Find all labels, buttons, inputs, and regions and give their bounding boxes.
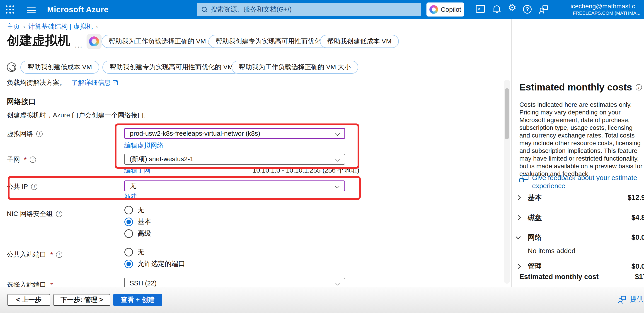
cost-total-row: Estimated monthly cost $17: [512, 269, 644, 283]
copilot-chip-low-cost[interactable]: 帮助我创建低成本 VM: [320, 35, 399, 48]
chevron-right-icon[interactable]: [516, 264, 521, 269]
breadcrumb: 主页 › 计算基础结构 | 虚拟机 ›: [7, 22, 98, 31]
cost-network-note: No items added: [528, 247, 575, 255]
app-title[interactable]: Microsoft Azure: [47, 5, 108, 14]
edit-subnet-link[interactable]: 编辑子网: [124, 166, 150, 175]
radio-selected-icon[interactable]: [124, 260, 133, 268]
learn-more-link[interactable]: 了解详细信息: [72, 78, 118, 87]
review-create-button[interactable]: 查看 + 创建: [113, 294, 162, 306]
nic-nsg-option-advanced[interactable]: 高级: [124, 229, 151, 238]
info-icon[interactable]: i: [30, 156, 36, 163]
copilot-button[interactable]: Copilot: [426, 2, 464, 16]
account-email: icecheng@mathmast.c...: [570, 3, 640, 10]
nic-nsg-option-none[interactable]: 无: [124, 205, 144, 215]
chevron-down-icon: [335, 131, 340, 136]
main-content: 主页 › 计算基础结构 | 虚拟机 › 创建虚拟机 ... 帮助我为工作负载选择…: [0, 19, 644, 287]
cloud-shell-icon[interactable]: >_: [476, 5, 486, 14]
info-icon[interactable]: i: [31, 184, 38, 190]
subnet-address-range: 10.10.1.0 - 10.10.1.255 (256 个地址): [253, 166, 360, 175]
breadcrumb-separator: ›: [96, 23, 98, 30]
previous-step-button[interactable]: < 上一步: [8, 294, 50, 306]
feedback-bubbles-icon: [519, 175, 528, 184]
copilot-chip2-vm-size[interactable]: 帮助我为工作负载选择正确的 VM 大小: [232, 61, 358, 74]
search-placeholder: 搜索资源、服务和文档(G+/): [211, 5, 292, 14]
public-inbound-ports-label: 公共入站端口* i: [7, 250, 62, 259]
copilot-button-label: Copilot: [441, 6, 461, 13]
cost-total-amount: $17: [635, 273, 644, 281]
cost-row-disk[interactable]: 磁盘 $4.8: [516, 212, 643, 223]
chevron-down-icon: [335, 157, 340, 161]
network-interface-description: 创建虚拟机时，Azure 门户会创建一个网络接口。: [7, 111, 151, 120]
external-link-icon: [112, 80, 118, 85]
feedback-icon[interactable]: [538, 5, 548, 14]
copilot-outline-icon: [7, 62, 16, 72]
help-icon[interactable]: ?: [523, 5, 533, 14]
cost-row-network[interactable]: 网络 $0.0: [516, 232, 643, 243]
next-step-management-button[interactable]: 下一步: 管理 >: [54, 294, 110, 306]
public-ip-label: 公共 IP i: [7, 182, 38, 191]
nic-nsg-option-basic[interactable]: 基本: [124, 217, 151, 226]
search-icon: [202, 7, 207, 12]
virtual-network-label: 虚拟网络 i: [7, 129, 42, 139]
chevron-down-icon[interactable]: [516, 234, 521, 240]
network-interface-heading: 网络接口: [7, 97, 36, 107]
copilot-icon: [430, 5, 438, 14]
give-feedback-link[interactable]: 提供: [617, 295, 644, 304]
wizard-footer-bar: < 上一步 下一步: 管理 > 查看 + 创建 提供: [0, 287, 644, 313]
cost-row-basic[interactable]: 基本 $12.9: [516, 192, 643, 203]
estimated-costs-panel: Estimated monthly costs i Costs indicate…: [512, 19, 644, 287]
radio-selected-icon[interactable]: [124, 218, 133, 226]
breadcrumb-separator: ›: [23, 23, 25, 30]
edit-virtual-network-link[interactable]: 编辑虚拟网络: [124, 141, 164, 150]
subnet-dropdown[interactable]: (新项) snet-westus2-1: [124, 154, 345, 165]
breadcrumb-home[interactable]: 主页: [7, 22, 20, 31]
radio-icon[interactable]: [124, 229, 133, 238]
cost-total-label: Estimated monthly cost: [519, 273, 599, 281]
public-ip-dropdown[interactable]: 无: [124, 180, 345, 191]
estimate-feedback-link[interactable]: Give feedback about your estimate experi…: [519, 174, 637, 190]
feedback-person-icon: [617, 296, 626, 304]
account-tenant: FREELEAPS.COM (MATHMA...: [570, 10, 640, 16]
scrollbar-thumb[interactable]: [505, 88, 509, 139]
chevron-right-icon[interactable]: [516, 195, 521, 200]
top-header-bar: Microsoft Azure 搜索资源、服务和文档(G+/) Copilot …: [0, 0, 644, 19]
radio-icon[interactable]: [124, 206, 133, 214]
breadcrumb-virtual-machines[interactable]: 计算基础结构 | 虚拟机: [28, 22, 93, 31]
nic-nsg-label: NIC 网络安全组 i: [7, 209, 62, 218]
select-inbound-ports-label: 选择入站端口*: [7, 281, 53, 287]
radio-icon[interactable]: [124, 248, 133, 256]
copilot-chip2-high-availability[interactable]: 帮助我创建专为实现高可用性而优化的 VM: [102, 61, 240, 74]
costs-panel-title: Estimated monthly costs i: [519, 82, 642, 93]
app-launcher-icon[interactable]: [6, 5, 14, 14]
more-options-ellipsis[interactable]: ...: [75, 40, 82, 49]
select-inbound-ports-dropdown[interactable]: SSH (22): [124, 278, 345, 287]
account-menu[interactable]: icecheng@mathmast.c... FREELEAPS.COM (MA…: [570, 3, 640, 16]
notifications-bell-icon[interactable]: [492, 5, 502, 14]
page-title: 创建虚拟机: [7, 32, 70, 49]
subnet-label: 子网* i: [7, 155, 36, 164]
info-icon[interactable]: i: [36, 131, 42, 137]
portal-menu-icon[interactable]: [27, 6, 36, 13]
chevron-right-icon[interactable]: [516, 215, 521, 220]
info-icon[interactable]: i: [56, 211, 62, 217]
info-icon[interactable]: i: [56, 252, 62, 258]
costs-disclaimer: Costs indicated here are estimates only.…: [519, 101, 644, 178]
chevron-down-icon: [335, 281, 340, 285]
virtual-network-dropdown[interactable]: prod-usw2-k8s-freeleaps-virtual-networ (…: [124, 128, 345, 139]
create-new-public-ip-link[interactable]: 新建: [124, 192, 137, 201]
settings-gear-icon[interactable]: ⚙: [507, 3, 517, 12]
chevron-down-icon: [335, 184, 340, 188]
load-balancing-text: 负载均衡解决方案。: [7, 78, 66, 87]
copilot-chip2-low-cost[interactable]: 帮助我创建低成本 VM: [20, 61, 99, 74]
global-search-input[interactable]: 搜索资源、服务和文档(G+/): [197, 3, 421, 16]
inbound-ports-option-allow-selected[interactable]: 允许选定的端口: [124, 259, 185, 269]
info-icon[interactable]: i: [636, 84, 642, 90]
copilot-suggestions-icon[interactable]: [86, 34, 102, 49]
inbound-ports-option-none[interactable]: 无: [124, 247, 144, 257]
